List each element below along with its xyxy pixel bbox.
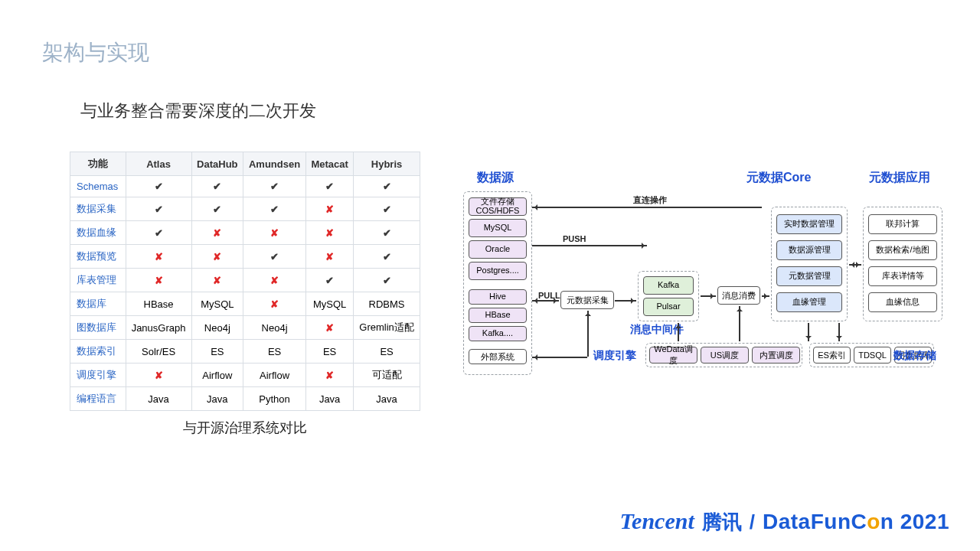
diagram-node: TDSQL [854,347,891,364]
diagram-node: HBase [469,308,527,323]
node-consumer: 消息消费 [717,286,760,305]
row-key: 编程语言 [70,387,126,411]
architecture-diagram: 数据源 元数据Core 元数据应用 直连操作 文件存储 COS/HDFSMySQ… [456,176,969,390]
arrow-ext-to-col [587,311,589,357]
row-cell: ✘ [126,269,191,292]
comparison-table-wrap: 功能AtlasDataHubAmundsenMetacatHybris Sche… [70,152,420,437]
table-header: Atlas [126,152,191,176]
diagram-node: WeData调度 [649,347,697,364]
row-cell: ✔ [243,197,305,221]
row-cell: ✔ [126,197,191,221]
datafuncon-logo: DataFunCon 2021 [763,510,949,534]
arrow-push [532,245,647,246]
diagram-node: 内置调度 [752,347,800,364]
diagram-node: 血缘信息 [868,292,937,312]
row-cell: ✘ [191,221,243,245]
row-cell: JanusGraph [126,316,191,340]
row-cell: ✘ [306,197,354,221]
row-cell: ✔ [243,245,305,269]
row-cell: ✘ [126,245,191,269]
table-header: Hybris [354,152,420,176]
row-key: Schemas [70,176,126,197]
row-cell: ✘ [306,221,354,245]
footer-sep: / [750,510,755,534]
row-cell: ✘ [126,364,191,387]
arrow-cons-to-core [762,295,769,297]
row-cell: ✘ [306,245,354,269]
row-cell: MySQL [191,292,243,316]
row-cell: ✔ [306,176,354,197]
arrow-col-to-mq [615,300,636,302]
table-row: 调度引擎✘AirflowAirflow✘可适配 [70,364,420,387]
table-header: DataHub [191,152,243,176]
table-header: Metacat [306,152,354,176]
row-key: 数据库 [70,292,126,316]
row-cell: ES [243,340,305,364]
row-cell: ✘ [306,364,354,387]
diagram-node: US调度 [701,347,749,364]
section-title-core: 元数据Core [746,170,811,186]
diagram-node: 文件存储 COS/HDFS [469,197,527,216]
row-cell: ✔ [126,221,191,245]
arrow-pull [532,300,559,302]
section-title-app: 元数据应用 [869,170,930,186]
arrow-mq-to-cons [701,295,716,297]
row-cell: ✔ [354,221,420,245]
row-cell: Airflow [191,364,243,387]
row-cell: ✔ [354,269,420,292]
row-cell: Airflow [243,364,305,387]
diagram-node: 数据检索/地图 [868,240,937,260]
arrow-sched-to-cons [739,306,740,341]
tencent-logo-cn: 腾讯 [702,509,742,536]
row-cell: 可适配 [354,364,420,387]
table-row: Schemas✔✔✔✔✔ [70,176,420,197]
row-key: 数据血缘 [70,221,126,245]
diagram-node: 数据源管理 [776,240,842,260]
row-cell: Java [306,387,354,411]
row-cell: Neo4j [243,316,305,340]
table-header: 功能 [70,152,126,176]
row-cell: Neo4j [191,316,243,340]
row-key: 数据索引 [70,340,126,364]
arrow-direct [532,207,762,208]
table-row: 数据索引Solr/ESESESESES [70,340,420,364]
table-row: 编程语言JavaJavaPythonJavaJava [70,387,420,411]
arrow-ext-horiz [532,357,587,358]
row-cell: ES [191,340,243,364]
row-cell: Gremlin适配 [354,316,420,340]
arrow-core-down-l [808,323,809,341]
arrow-sched-to-mq [678,323,679,341]
row-cell: ✔ [126,176,191,197]
arrow-core-app [849,264,861,266]
row-key: 图数据库 [70,316,126,340]
row-cell: Solr/ES [126,340,191,364]
diagram-node: MySQL [469,219,527,237]
table-row: 库表管理✘✘✘✔✔ [70,269,420,292]
diagram-node: Kafka [643,276,694,295]
row-cell: ✘ [306,316,354,340]
section-title-source: 数据源 [477,170,514,186]
section-title-storage: 数据存储 [893,349,936,363]
row-cell: MySQL [306,292,354,316]
row-cell: HBase [126,292,191,316]
row-key: 调度引擎 [70,364,126,387]
row-cell: Java [126,387,191,411]
row-cell: ✔ [354,197,420,221]
comparison-table: 功能AtlasDataHubAmundsenMetacatHybris Sche… [70,152,420,411]
diagram-node: ES索引 [813,347,851,364]
row-cell: ✔ [306,269,354,292]
row-cell: Java [354,387,420,411]
diagram-node: Pulsar [643,298,694,316]
row-cell: ✔ [354,245,420,269]
diagram-node: 实时数据管理 [776,214,842,234]
diagram-node: Hive [469,289,527,305]
table-row: 数据预览✘✘✔✘✔ [70,245,420,269]
row-cell: ES [306,340,354,364]
row-cell: ✘ [191,269,243,292]
page-title: 架构与实现 [42,38,149,67]
row-cell: ✔ [191,197,243,221]
table-row: 数据库HBaseMySQL✘MySQLRDBMS [70,292,420,316]
row-cell: ✔ [243,176,305,197]
section-title-sched: 调度引擎 [593,349,636,363]
row-cell: RDBMS [354,292,420,316]
